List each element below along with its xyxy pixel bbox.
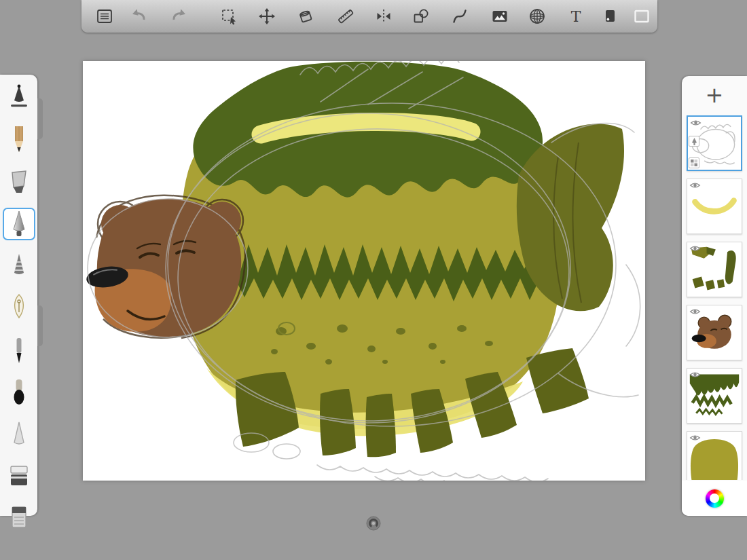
shapes-tool-button[interactable] bbox=[407, 0, 435, 33]
add-layer-button[interactable]: + bbox=[682, 76, 747, 114]
shapes-icon bbox=[412, 7, 430, 25]
brush-flat[interactable] bbox=[3, 502, 35, 535]
paintbrush-icon bbox=[5, 209, 33, 239]
canvas-artwork bbox=[83, 61, 645, 481]
chisel-marker-icon bbox=[5, 167, 33, 197]
text-tool-button[interactable]: T bbox=[562, 0, 589, 33]
brush-list bbox=[0, 75, 37, 544]
transform-tool-button[interactable] bbox=[253, 0, 280, 33]
symmetry-icon bbox=[375, 7, 393, 25]
perspective-tool-button[interactable] bbox=[524, 0, 551, 33]
canvas-frame-icon bbox=[633, 7, 651, 25]
brush-panel bbox=[0, 75, 37, 516]
ruler-icon bbox=[337, 7, 354, 25]
brush-pencil[interactable] bbox=[3, 124, 35, 156]
layers-list bbox=[682, 115, 747, 480]
layer-editor-icon bbox=[601, 7, 619, 25]
import-image-button[interactable] bbox=[486, 0, 513, 33]
layer-row-fins-tail[interactable] bbox=[687, 242, 742, 297]
text-tool-label: T bbox=[571, 8, 581, 25]
fill-tool-button[interactable] bbox=[292, 0, 319, 33]
layer-visibility-eye-icon[interactable] bbox=[690, 119, 702, 127]
textured-brush-icon bbox=[5, 251, 33, 281]
layer-row-belly-highlight[interactable] bbox=[687, 179, 742, 234]
canvas-frame-button[interactable] bbox=[628, 0, 655, 33]
airbrush-icon bbox=[5, 83, 33, 113]
symmetry-tool-button[interactable] bbox=[370, 0, 397, 33]
layer-visibility-eye-icon[interactable] bbox=[689, 181, 701, 189]
brush-panel-scroll-handle-top[interactable] bbox=[37, 98, 43, 139]
brush-calligraphy-pen[interactable] bbox=[3, 292, 35, 324]
redo-button[interactable] bbox=[165, 0, 192, 33]
main-toolbar: T bbox=[81, 0, 657, 33]
image-icon bbox=[491, 7, 509, 25]
layer-row-seaweed-stripe[interactable] bbox=[687, 368, 742, 424]
move-transform-icon bbox=[258, 7, 276, 25]
curve-stroke-icon bbox=[451, 7, 469, 25]
text-tool-icon: T bbox=[567, 7, 585, 25]
layer-row-pencil-sketch[interactable] bbox=[687, 115, 742, 171]
sketch-app-window: T bbox=[0, 0, 747, 560]
ballpoint-pen-icon bbox=[5, 377, 33, 407]
brush-chisel-marker[interactable] bbox=[3, 166, 35, 198]
marquee-selection-icon bbox=[220, 7, 238, 25]
layer-visibility-eye-icon[interactable] bbox=[689, 371, 701, 379]
selection-tool-button[interactable] bbox=[215, 0, 242, 33]
ruler-tool-button[interactable] bbox=[332, 0, 359, 33]
color-picker-zone bbox=[682, 481, 747, 516]
brush-ballpoint-pen[interactable] bbox=[3, 376, 35, 409]
brush-pastel[interactable] bbox=[3, 418, 35, 451]
brush-airbrush[interactable] bbox=[3, 81, 35, 114]
brush-panel-scroll-handle-bottom[interactable] bbox=[37, 305, 43, 346]
ink-block-icon bbox=[5, 462, 33, 491]
brush-puck[interactable] bbox=[366, 516, 381, 534]
brush-paintbrush[interactable] bbox=[3, 208, 35, 240]
layer-brush-icon[interactable] bbox=[689, 136, 699, 147]
drawing-canvas[interactable] bbox=[83, 61, 645, 481]
brush-textured[interactable] bbox=[3, 250, 35, 282]
brush-ink-block[interactable] bbox=[3, 460, 35, 493]
menu-button[interactable] bbox=[91, 0, 118, 33]
layer-stamp-icon[interactable] bbox=[689, 157, 699, 168]
undo-button[interactable] bbox=[126, 0, 153, 33]
layer-visibility-eye-icon[interactable] bbox=[689, 307, 701, 316]
redo-icon bbox=[170, 7, 187, 25]
calligraphy-nib-icon bbox=[5, 293, 33, 323]
stroke-curve-tool-button[interactable] bbox=[446, 0, 473, 33]
flat-brush-icon bbox=[5, 504, 33, 534]
color-wheel[interactable] bbox=[706, 489, 724, 508]
layer-visibility-eye-icon[interactable] bbox=[689, 244, 701, 253]
brush-inking-pen[interactable] bbox=[3, 334, 35, 367]
brush-puck-icon bbox=[366, 516, 381, 531]
perspective-grid-icon bbox=[528, 7, 546, 25]
layer-row-body-fill[interactable] bbox=[687, 431, 742, 480]
fill-roller-icon bbox=[297, 7, 314, 25]
inking-pen-icon bbox=[5, 335, 33, 365]
pastel-icon bbox=[5, 419, 33, 449]
layer-visibility-eye-icon[interactable] bbox=[689, 434, 701, 442]
pencil-icon bbox=[5, 125, 33, 155]
layer-row-bear-head[interactable] bbox=[687, 305, 742, 360]
layer-editor-button[interactable] bbox=[596, 0, 623, 33]
undo-icon bbox=[130, 7, 148, 25]
menu-icon bbox=[96, 7, 113, 25]
layers-panel: + bbox=[682, 76, 747, 516]
